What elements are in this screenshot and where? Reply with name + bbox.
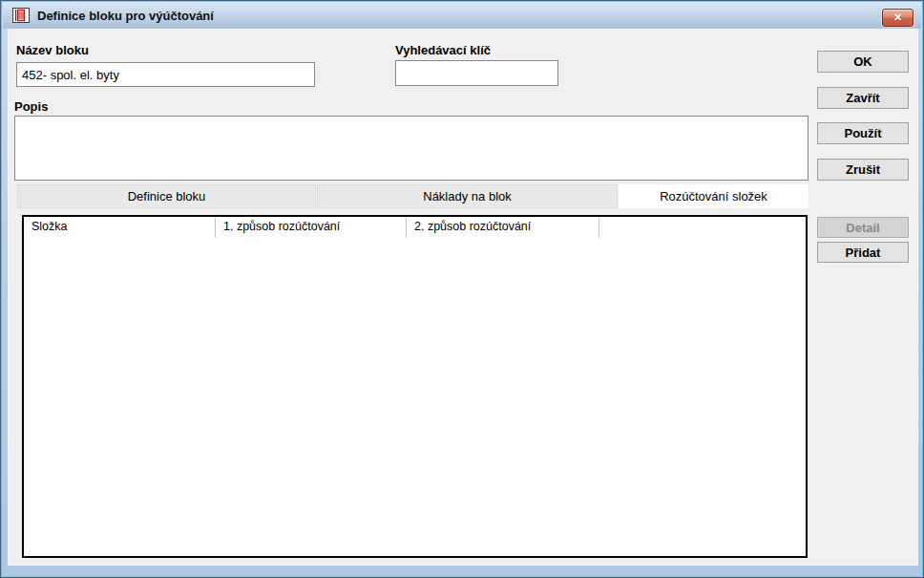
ok-button[interactable]: OK: [817, 51, 909, 73]
components-grid[interactable]: Složka 1. způsob rozúčtování 2. způsob r…: [22, 215, 808, 558]
zavrit-button[interactable]: Zavřít: [817, 87, 909, 109]
form-grid-icon: [12, 7, 30, 24]
column-header-2-zpusob: 2. způsob rozúčtování: [407, 217, 599, 238]
dialog-client-area: Název bloku Vyhledávací klíč Popis OK Za…: [9, 30, 917, 565]
grid-header-row: Složka 1. způsob rozúčtování 2. způsob r…: [24, 217, 806, 239]
window-title: Definice bloku pro výúčtování: [37, 9, 214, 23]
tab-naklady-na-blok[interactable]: Náklady na blok: [317, 184, 618, 208]
column-header-slozka: Složka: [24, 217, 216, 238]
dialog-window: Definice bloku pro výúčtování ✕ Název bl…: [0, 0, 924, 578]
close-button[interactable]: ✕: [882, 9, 914, 27]
close-icon: ✕: [893, 11, 902, 23]
nazev-bloku-input[interactable]: [16, 62, 315, 87]
vyhledavaci-klic-input[interactable]: [395, 60, 558, 86]
popis-label: Popis: [14, 99, 48, 114]
zrusit-button[interactable]: Zrušit: [817, 159, 909, 181]
tab-definice-bloku[interactable]: Definice bloku: [17, 184, 316, 208]
detail-button[interactable]: Detail: [817, 217, 909, 238]
column-header-1-zpusob: 1. způsob rozúčtování: [216, 217, 407, 238]
titlebar[interactable]: Definice bloku pro výúčtování ✕: [3, 2, 921, 29]
pouzit-button[interactable]: Použít: [817, 122, 909, 144]
nazev-bloku-label: Název bloku: [16, 43, 89, 57]
tab-rozuctovani-slozek[interactable]: Rozúčtování složek: [619, 184, 808, 208]
pridat-button[interactable]: Přidat: [817, 242, 909, 263]
vyhledavaci-klic-label: Vyhledávací klíč: [395, 43, 491, 57]
column-header-empty: [599, 217, 806, 238]
popis-textarea[interactable]: [14, 116, 808, 181]
grid-body-empty[interactable]: [24, 238, 806, 556]
